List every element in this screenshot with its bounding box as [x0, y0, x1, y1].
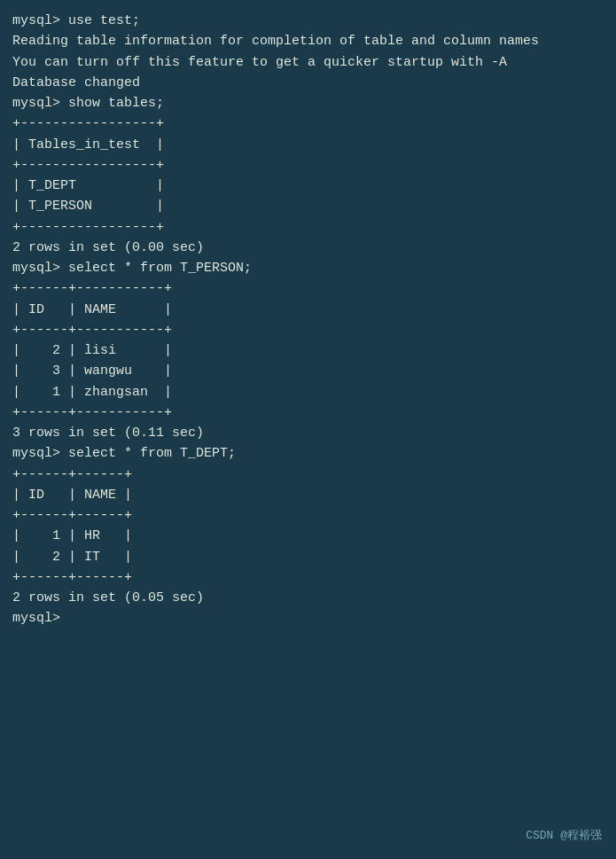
terminal-line: | T_DEPT |	[12, 176, 604, 196]
terminal-line: +------+------+	[12, 465, 604, 485]
terminal-line: +------+-----------+	[12, 320, 604, 340]
terminal-line: mysql> select * from T_DEPT;	[12, 443, 604, 464]
terminal-line: +------+------+	[12, 567, 604, 588]
terminal-line: | 3 | wangwu |	[12, 361, 604, 381]
terminal-line: | 1 | HR |	[12, 526, 604, 546]
terminal-line: mysql> show tables;	[12, 93, 604, 113]
terminal-line: | 1 | zhangsan |	[12, 382, 604, 402]
terminal-line: mysql> select * from T_PERSON;	[12, 258, 604, 278]
terminal-line: +-----------------+	[12, 217, 604, 238]
terminal-line: | ID | NAME |	[12, 300, 604, 320]
terminal-line: | 2 | lisi |	[12, 340, 604, 361]
terminal-line: | T_PERSON |	[12, 196, 604, 216]
terminal-window: mysql> use test;Reading table informatio…	[12, 11, 604, 629]
terminal-line: +-----------------+	[12, 113, 604, 134]
terminal-line: +------+------+	[12, 505, 604, 526]
terminal-line: 2 rows in set (0.00 sec)	[12, 238, 604, 258]
terminal-line: 3 rows in set (0.11 sec)	[12, 423, 604, 443]
terminal-line: | Tables_in_test |	[12, 135, 604, 155]
terminal-line: +------+-----------+	[12, 402, 604, 423]
terminal-line: | 2 | IT |	[12, 547, 604, 567]
terminal-line: mysql>	[12, 608, 604, 629]
terminal-line: You can turn off this feature to get a q…	[12, 52, 604, 73]
terminal-line: 2 rows in set (0.05 sec)	[12, 588, 604, 608]
watermark: CSDN @程裕强	[526, 827, 602, 845]
terminal-line: mysql> use test;	[12, 11, 604, 31]
terminal-line: +-----------------+	[12, 155, 604, 176]
terminal-line: Reading table information for completion…	[12, 31, 604, 51]
terminal-line: +------+-----------+	[12, 278, 604, 299]
terminal-line: Database changed	[12, 73, 604, 93]
terminal-line: | ID | NAME |	[12, 485, 604, 505]
